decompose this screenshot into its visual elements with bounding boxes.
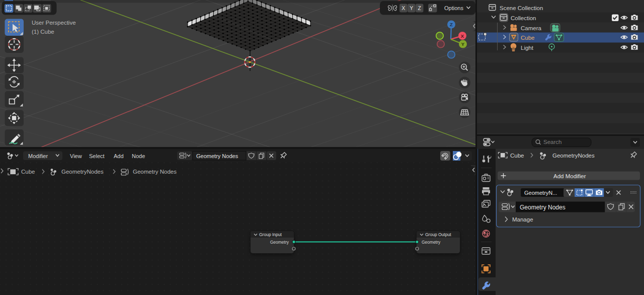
- svg-text:GeometryN...: GeometryN...: [524, 190, 557, 196]
- svg-text:Search: Search: [543, 139, 561, 145]
- svg-text:Node: Node: [132, 153, 145, 159]
- svg-text:Cube: Cube: [510, 153, 524, 159]
- svg-text:GeometryNodes: GeometryNodes: [61, 169, 104, 175]
- svg-text:Scene Collection: Scene Collection: [500, 5, 543, 11]
- svg-text:Cube: Cube: [21, 169, 35, 175]
- svg-text:X: X: [401, 5, 405, 11]
- svg-text:Camera: Camera: [521, 25, 542, 31]
- svg-text:Geometry Nodes: Geometry Nodes: [133, 169, 177, 175]
- svg-text:Options: Options: [444, 5, 463, 11]
- svg-text:Geometry Nodes: Geometry Nodes: [196, 153, 238, 159]
- svg-text:User Perspective: User Perspective: [32, 20, 76, 26]
- svg-text:Z: Z: [418, 5, 421, 11]
- svg-text:Light: Light: [521, 45, 534, 51]
- svg-text:Manage: Manage: [512, 216, 533, 223]
- svg-text:Y: Y: [410, 5, 413, 11]
- svg-text:Modifier: Modifier: [28, 153, 48, 159]
- svg-text:X: X: [461, 33, 464, 39]
- svg-text:GeometryNodes: GeometryNodes: [552, 153, 595, 159]
- svg-text:Add Modifier: Add Modifier: [553, 173, 586, 179]
- svg-text:View: View: [70, 153, 82, 159]
- svg-text:Y: Y: [461, 41, 465, 47]
- svg-text:Add: Add: [114, 153, 124, 159]
- svg-text:Cube: Cube: [521, 35, 535, 41]
- svg-text:(1) Cube: (1) Cube: [32, 29, 54, 35]
- svg-text:Select: Select: [89, 153, 105, 159]
- svg-text:Collection: Collection: [511, 15, 536, 21]
- svg-text:Z: Z: [450, 22, 453, 27]
- svg-text:Geometry Nodes: Geometry Nodes: [520, 204, 566, 211]
